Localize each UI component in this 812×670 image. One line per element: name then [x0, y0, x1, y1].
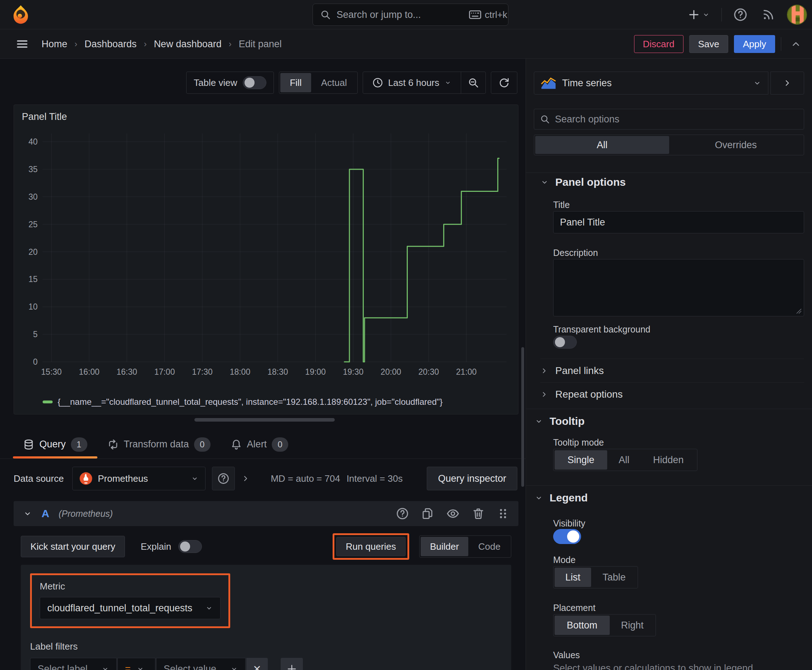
apply-button[interactable]: Apply [734, 35, 775, 53]
code-option[interactable]: Code [469, 537, 510, 556]
save-button[interactable]: Save [689, 35, 728, 53]
legend-item[interactable]: {__name__="cloudflared_tunnel_total_requ… [42, 397, 442, 407]
news-button[interactable] [759, 5, 778, 24]
breadcrumb-new-dashboard[interactable]: New dashboard [154, 39, 222, 50]
tooltip-mode-all[interactable]: All [608, 450, 640, 470]
query-row-header[interactable]: A (Prometheus) [14, 501, 519, 526]
visualization-picker[interactable]: Time series [534, 71, 768, 95]
datasource-help-button[interactable] [212, 467, 235, 490]
viz-suggestions-button[interactable] [770, 71, 804, 95]
collapse-options-pane-button[interactable] [787, 36, 805, 52]
grafana-logo[interactable] [11, 4, 31, 25]
datasource-picker[interactable]: Prometheus [72, 467, 205, 490]
chevron-down-icon [205, 604, 213, 612]
tab-transform-data[interactable]: Transform data 0 [97, 430, 220, 459]
query-inspector-button[interactable]: Query inspector [427, 467, 517, 490]
breadcrumb-dashboards[interactable]: Dashboards [85, 39, 137, 50]
options-search[interactable] [534, 109, 804, 130]
global-search[interactable]: ctrl+k [312, 3, 509, 26]
chevron-down-icon[interactable] [23, 509, 32, 518]
panel-title-input[interactable] [553, 211, 804, 233]
query-help-button[interactable] [396, 507, 409, 520]
drag-handle-icon[interactable] [497, 508, 509, 520]
explain-toggle[interactable] [178, 540, 202, 553]
builder-code-switch: Builder Code [419, 535, 511, 558]
tab-all[interactable]: All [535, 136, 669, 154]
panel-links-section[interactable]: Panel links [540, 359, 804, 382]
remove-filter-button[interactable]: ✕ [246, 658, 268, 670]
hide-response-eye-button[interactable] [446, 507, 460, 520]
database-icon [23, 439, 34, 450]
svg-text:5: 5 [33, 330, 37, 339]
legend-placement-bottom[interactable]: Bottom [554, 616, 610, 635]
metric-select[interactable]: cloudflared_tunnel_total_requests [40, 597, 220, 619]
table-view-toggle[interactable] [243, 76, 266, 89]
svg-text:30: 30 [28, 192, 37, 201]
time-range-button[interactable]: Last 6 hours [363, 73, 461, 92]
delete-query-button[interactable] [472, 507, 485, 520]
bell-icon [231, 439, 242, 450]
prometheus-icon [79, 472, 93, 485]
chevron-right-icon [540, 367, 548, 375]
panel-description-textarea[interactable] [553, 259, 804, 316]
legend-visibility-toggle[interactable] [553, 529, 581, 544]
run-queries-highlight: Run queries [332, 533, 409, 560]
tooltip-mode-single[interactable]: Single [554, 450, 607, 470]
svg-text:16:30: 16:30 [117, 367, 137, 377]
user-avatar[interactable] [787, 5, 807, 25]
menu-toggle-button[interactable] [16, 38, 29, 50]
help-icon [733, 7, 748, 22]
svg-text:17:30: 17:30 [192, 367, 213, 377]
select-value-dropdown[interactable]: Select value [156, 658, 246, 670]
tab-alert[interactable]: Alert 0 [220, 430, 298, 459]
options-search-input[interactable] [555, 114, 798, 125]
label-filter-row: Select label = Select value ✕ [30, 658, 502, 670]
plus-icon [688, 8, 700, 21]
tab-overrides[interactable]: Overrides [669, 136, 803, 154]
panel-resize-handle[interactable] [194, 418, 335, 421]
datasource-label: Data source [14, 473, 64, 484]
main-scrollbar-thumb[interactable] [521, 347, 524, 487]
search-input[interactable] [337, 9, 463, 20]
zoom-out-button[interactable] [461, 73, 485, 92]
chevron-down-icon [444, 79, 451, 86]
time-series-chart[interactable]: 051015202530354015:3016:0016:3017:0017:3… [19, 129, 512, 379]
actual-option[interactable]: Actual [312, 73, 356, 92]
chevron-down-icon [136, 665, 144, 670]
help-button[interactable] [731, 5, 750, 24]
help-icon [217, 472, 229, 485]
alert-count-badge: 0 [272, 437, 288, 452]
query-builder-panel: Metric cloudflared_tunnel_total_requests… [21, 565, 511, 670]
legend-mode-table[interactable]: Table [592, 568, 637, 587]
fill-option[interactable]: Fill [280, 73, 311, 92]
builder-option[interactable]: Builder [421, 537, 468, 556]
add-filter-button[interactable] [281, 658, 303, 670]
chevron-down-icon [753, 79, 761, 87]
legend-section-header[interactable]: Legend [534, 492, 588, 504]
kick-start-button[interactable]: Kick start your query [21, 536, 125, 557]
expand-row-icon[interactable] [241, 474, 250, 483]
metric-highlight: Metric cloudflared_tunnel_total_requests [30, 574, 230, 628]
operator-dropdown[interactable]: = [117, 658, 155, 670]
tooltip-section-header[interactable]: Tooltip [534, 415, 585, 427]
transparent-bg-toggle[interactable] [553, 336, 577, 349]
new-menu-button[interactable] [686, 7, 712, 23]
query-ref-id[interactable]: A [42, 508, 49, 520]
legend-placement-right[interactable]: Right [610, 616, 654, 635]
panel-options-section-header[interactable]: Panel options [540, 176, 626, 188]
tooltip-mode-hidden[interactable]: Hidden [641, 450, 696, 470]
tab-query[interactable]: Query 1 [13, 430, 97, 459]
svg-text:20: 20 [28, 247, 37, 257]
run-queries-button[interactable]: Run queries [336, 537, 406, 556]
duplicate-query-button[interactable] [421, 507, 434, 520]
legend-placement-label: Placement [553, 603, 595, 613]
tooltip-mode-label: Tooltip mode [553, 437, 604, 448]
refresh-button[interactable] [491, 71, 517, 94]
chevron-down-icon [101, 665, 109, 670]
discard-button[interactable]: Discard [634, 35, 683, 53]
svg-text:19:00: 19:00 [305, 367, 326, 377]
select-label-dropdown[interactable]: Select label [30, 658, 117, 670]
breadcrumb-home[interactable]: Home [42, 39, 67, 50]
legend-mode-list[interactable]: List [554, 568, 591, 587]
repeat-options-section[interactable]: Repeat options [540, 382, 804, 406]
